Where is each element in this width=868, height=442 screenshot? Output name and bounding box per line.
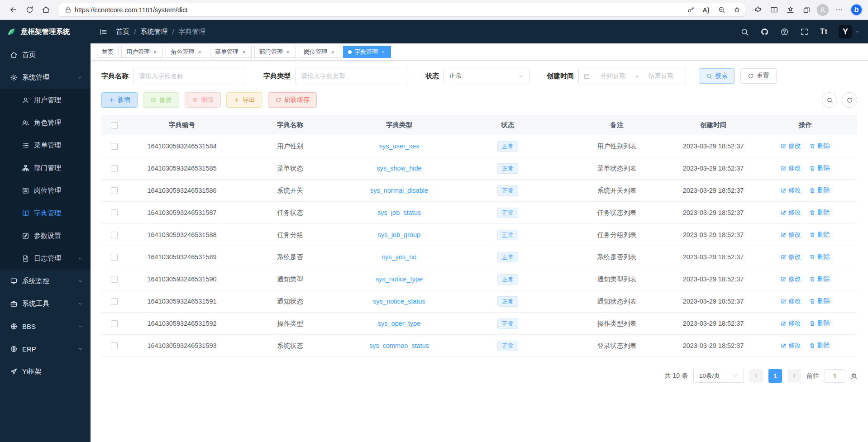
row-delete-button[interactable]: 删除 [809, 209, 830, 217]
browser-home-icon[interactable] [38, 2, 53, 18]
dict-type-link[interactable]: sys_job_group [378, 231, 420, 238]
next-page-button[interactable] [787, 369, 801, 383]
sidebar-item-menu[interactable]: 菜单管理 [0, 134, 91, 157]
tab-menu[interactable]: 菜单管理 [210, 46, 252, 58]
date-range-picker[interactable]: 开始日期 - 结束日期 [578, 68, 686, 84]
edit-button[interactable]: 修改 [143, 92, 179, 108]
row-delete-button[interactable]: 删除 [809, 186, 830, 195]
row-edit-button[interactable]: 修改 [780, 209, 801, 217]
address-bar[interactable]: https://ccnetcore.com:1101/system/dict A… [58, 3, 745, 17]
row-checkbox[interactable] [111, 254, 118, 261]
row-delete-button[interactable]: 删除 [809, 297, 830, 305]
row-edit-button[interactable]: 修改 [780, 186, 801, 195]
row-checkbox[interactable] [111, 298, 118, 305]
dict-name-input[interactable] [133, 68, 246, 84]
browser-profile-avatar[interactable] [817, 4, 829, 16]
extensions-icon[interactable] [750, 2, 765, 18]
sidebar-item-post[interactable]: 岗位管理 [0, 179, 91, 202]
user-avatar[interactable]: Y [839, 25, 852, 38]
help-icon[interactable] [780, 27, 789, 36]
favorites-bar-icon[interactable] [782, 2, 798, 18]
row-edit-button[interactable]: 修改 [780, 164, 801, 172]
row-delete-button[interactable]: 删除 [809, 275, 830, 283]
row-edit-button[interactable]: 修改 [780, 342, 801, 350]
row-edit-button[interactable]: 修改 [780, 297, 801, 305]
row-edit-button[interactable]: 修改 [780, 253, 801, 261]
sidebar-item-role[interactable]: 角色管理 [0, 111, 91, 134]
breadcrumb-item[interactable]: 首页 [116, 28, 129, 36]
github-icon[interactable] [760, 27, 769, 36]
page-size-select[interactable]: 10条/页 [693, 369, 744, 383]
row-edit-button[interactable]: 修改 [780, 142, 801, 150]
dict-type-link[interactable]: sys_job_status [377, 209, 421, 216]
tab-dept[interactable]: 部门管理 [254, 46, 296, 58]
row-checkbox[interactable] [111, 342, 118, 349]
zoom-out-icon[interactable] [715, 4, 728, 16]
close-icon[interactable] [153, 49, 158, 55]
row-checkbox[interactable] [111, 320, 118, 327]
end-date-placeholder[interactable]: 结束日期 [641, 72, 681, 80]
row-delete-button[interactable]: 删除 [809, 253, 830, 261]
row-delete-button[interactable]: 删除 [809, 164, 830, 172]
row-delete-button[interactable]: 删除 [809, 319, 830, 328]
dict-type-link[interactable]: sys_show_hide [377, 165, 421, 172]
close-icon[interactable] [197, 49, 202, 55]
user-menu[interactable]: Y [839, 25, 860, 38]
row-checkbox[interactable] [111, 187, 118, 194]
password-key-icon[interactable] [684, 4, 697, 16]
refresh-cache-button[interactable]: 刷新缓存 [268, 92, 317, 108]
row-delete-button[interactable]: 删除 [809, 342, 830, 350]
collections-icon[interactable] [799, 2, 814, 18]
font-size-icon[interactable]: Tt [820, 27, 828, 36]
tab-dict[interactable]: 字典管理 [343, 46, 391, 58]
row-checkbox[interactable] [111, 165, 118, 172]
close-icon[interactable] [241, 49, 247, 55]
current-page-button[interactable]: 1 [768, 369, 782, 383]
sidebar-item-system[interactable]: 系统管理 [0, 66, 91, 89]
sidebar-item-tools[interactable]: 系统工具 [0, 292, 91, 315]
row-edit-button[interactable]: 修改 [780, 319, 801, 328]
row-checkbox[interactable] [111, 232, 118, 238]
toggle-search-button[interactable] [822, 92, 837, 108]
row-checkbox[interactable] [111, 276, 118, 283]
sidebar-item-yi[interactable]: Yi框架 [0, 360, 91, 383]
dict-type-link[interactable]: sys_normal_disable [370, 187, 428, 194]
export-button[interactable]: 导出 [226, 92, 262, 108]
header-search-icon[interactable] [740, 27, 749, 36]
row-edit-button[interactable]: 修改 [780, 275, 801, 283]
collapse-sidebar-icon[interactable] [99, 27, 108, 36]
close-icon[interactable] [381, 49, 386, 55]
dict-type-link[interactable]: sys_notice_type [376, 276, 423, 283]
dict-type-link[interactable]: sys_user_sex [379, 143, 420, 150]
search-button[interactable]: 搜索 [699, 68, 735, 84]
row-delete-button[interactable]: 删除 [809, 231, 830, 239]
select-all-checkbox[interactable] [111, 122, 118, 129]
back-icon[interactable] [5, 2, 21, 18]
close-icon[interactable] [330, 49, 335, 55]
tab-post[interactable]: 岗位管理 [299, 46, 340, 58]
dict-type-link[interactable]: sys_oper_type [378, 320, 420, 327]
tab-role[interactable]: 角色管理 [166, 46, 207, 58]
tab-home[interactable]: 首页 [97, 46, 119, 58]
favorite-add-icon[interactable] [730, 4, 743, 16]
row-delete-button[interactable]: 删除 [809, 142, 830, 150]
dict-type-link[interactable]: sys_notice_status [373, 298, 425, 305]
sidebar-item-erp[interactable]: ERP [0, 337, 91, 360]
read-aloud-icon[interactable]: A) [700, 4, 712, 16]
reload-icon[interactable] [22, 2, 37, 18]
sidebar-item-dict[interactable]: 字典管理 [0, 202, 91, 224]
delete-button[interactable]: 删除 [185, 92, 221, 108]
sidebar-item-home[interactable]: 首页 [0, 43, 91, 66]
sidebar-item-dept[interactable]: 部门管理 [0, 157, 91, 179]
tab-user[interactable]: 用户管理 [121, 46, 163, 58]
browser-menu-icon[interactable] [831, 2, 847, 18]
url-text[interactable]: https://ccnetcore.com:1101/system/dict [75, 6, 682, 14]
bing-icon[interactable]: b [850, 4, 863, 16]
sidebar-item-monitor[interactable]: 系统监控 [0, 270, 91, 292]
refresh-table-button[interactable] [842, 92, 857, 108]
goto-page-input[interactable] [825, 369, 845, 383]
row-checkbox[interactable] [111, 209, 118, 216]
close-icon[interactable] [286, 49, 291, 55]
sidebar-item-config[interactable]: 参数设置 [0, 224, 91, 247]
add-button[interactable]: 新增 [101, 92, 138, 108]
